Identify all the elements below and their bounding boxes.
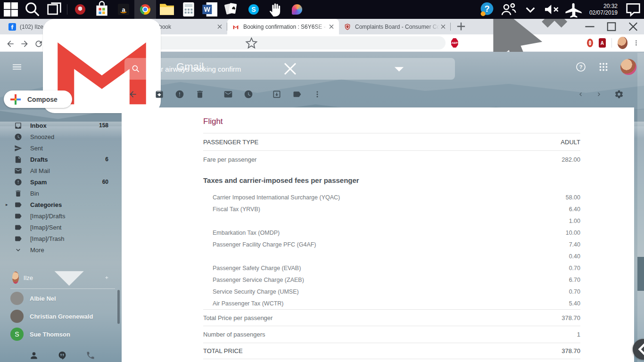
clock-date: 02/07/2019 bbox=[589, 9, 618, 16]
compose-label: Compose bbox=[27, 96, 58, 103]
tax-row: Passenger Facility Charge PFC (G4AF) 7.4… bbox=[203, 239, 580, 250]
archive-button[interactable] bbox=[155, 90, 164, 99]
move-to-button[interactable] bbox=[272, 90, 281, 99]
adblock-extension-icon[interactable]: ABP bbox=[451, 38, 458, 48]
taskbar-app-word[interactable] bbox=[199, 0, 221, 19]
taskbar-app-skype[interactable]: S bbox=[243, 0, 264, 19]
tax-value: 58.00 bbox=[566, 194, 580, 201]
browser-menu-button[interactable] bbox=[632, 38, 640, 48]
start-button[interactable] bbox=[0, 0, 22, 19]
tray-airplane-button[interactable] bbox=[563, 0, 585, 19]
tax-value: 0.70 bbox=[569, 288, 580, 295]
tab-favicon bbox=[8, 23, 16, 31]
passenger-count-label: Number of passengers bbox=[203, 331, 265, 338]
sidebar-item[interactable]: Spam 60 bbox=[0, 176, 121, 188]
browser-tab[interactable]: Booking confirmation : S6Y6SE - bbox=[227, 19, 339, 34]
tab-close-icon[interactable] bbox=[328, 19, 335, 34]
shield-extension-icon[interactable] bbox=[587, 39, 593, 47]
taskbar-search-button[interactable] bbox=[22, 0, 43, 19]
taskbar-app-explorer[interactable] bbox=[156, 0, 178, 19]
taskbar-app-chrome[interactable] bbox=[134, 0, 156, 19]
sidebar-item[interactable]: ▸ Categories bbox=[0, 199, 121, 210]
older-email-button[interactable] bbox=[595, 90, 603, 98]
hangouts-contact[interactable]: S Sue Thomson bbox=[0, 325, 121, 343]
taskbar-app-colorful[interactable] bbox=[286, 0, 308, 19]
mark-unread-button[interactable] bbox=[223, 90, 233, 99]
contacts-tab-button[interactable] bbox=[29, 351, 39, 360]
sidebar-item[interactable]: Drafts 6 bbox=[0, 154, 121, 165]
tray-volume-button[interactable] bbox=[541, 0, 563, 19]
browser-profile-avatar[interactable] bbox=[618, 37, 628, 49]
labels-button[interactable] bbox=[292, 90, 302, 99]
action-center-icon bbox=[622, 0, 644, 19]
sidebar-item[interactable]: Snoozed bbox=[0, 131, 121, 142]
support-button[interactable]: ? bbox=[575, 61, 586, 73]
tray-people-button[interactable] bbox=[498, 0, 520, 19]
compose-button[interactable]: Compose bbox=[4, 90, 72, 108]
task-view-button[interactable] bbox=[43, 0, 65, 19]
settings-button[interactable] bbox=[614, 90, 624, 99]
contacts-scrollbar-thumb[interactable] bbox=[117, 290, 120, 324]
collapse-panel-button[interactable] bbox=[633, 339, 644, 360]
taskbar-app-amazon[interactable]: a bbox=[113, 0, 134, 19]
back-button[interactable] bbox=[5, 37, 14, 49]
clear-search-icon[interactable] bbox=[241, 58, 339, 80]
taskbar-app-store[interactable] bbox=[91, 0, 113, 19]
browser-tab[interactable]: Complaints Board - Consumer Co bbox=[339, 19, 451, 34]
hangouts-header: Ilze bbox=[0, 271, 121, 285]
account-avatar[interactable] bbox=[620, 59, 636, 75]
window-close-button[interactable] bbox=[622, 19, 644, 34]
sidebar-item[interactable]: [Imap]/Sent bbox=[0, 222, 121, 233]
newer-email-button[interactable] bbox=[577, 90, 584, 98]
acrobat-extension-icon[interactable]: A bbox=[599, 38, 606, 48]
chevron-left-icon bbox=[633, 339, 644, 360]
delete-button[interactable] bbox=[195, 90, 205, 99]
main-scrollbar[interactable] bbox=[637, 53, 644, 362]
hangouts-contact[interactable]: Albie Nel bbox=[0, 289, 121, 307]
clock-time: 20:32 bbox=[589, 3, 618, 9]
hangouts-contact[interactable]: Christian Groenewald bbox=[0, 307, 121, 325]
taskbar-clock[interactable]: 20:32 02/07/2019 bbox=[585, 3, 622, 16]
new-conversation-button[interactable] bbox=[104, 273, 109, 282]
sidebar-item[interactable]: Sent bbox=[0, 142, 121, 154]
main-menu-button[interactable] bbox=[11, 61, 23, 73]
taskbar-app-red[interactable] bbox=[69, 0, 91, 19]
google-apps-button[interactable] bbox=[598, 61, 609, 73]
archive-icon bbox=[155, 90, 164, 99]
search-bar[interactable] bbox=[124, 58, 455, 80]
tray-help-button[interactable]: ? bbox=[476, 0, 498, 19]
sidebar-item-label: Inbox bbox=[30, 122, 99, 129]
taskbar-app-solitaire[interactable] bbox=[221, 0, 243, 19]
tax-label: Passenger Safety Charge (EVAB) bbox=[203, 265, 301, 272]
tax-row: Passenger Safety Charge (EVAB) 0.70 bbox=[203, 262, 580, 274]
gmail-sidebar: Inbox 158 Snoozed Sent Drafts 6 All Mail bbox=[0, 120, 121, 255]
tab-close-icon[interactable] bbox=[439, 19, 447, 34]
tray-hidden-icons-button[interactable] bbox=[520, 0, 541, 19]
sidebar-item[interactable]: Inbox 158 bbox=[0, 120, 121, 131]
expander-arrow-icon[interactable]: ▸ bbox=[6, 202, 11, 207]
search-options-caret-icon[interactable] bbox=[350, 58, 448, 80]
tab-favicon bbox=[232, 23, 239, 31]
sidebar-item[interactable]: [Imap]/Drafts bbox=[0, 210, 121, 222]
snooze-button[interactable] bbox=[244, 90, 253, 99]
tax-value: 0.70 bbox=[569, 265, 580, 272]
sidebar-item[interactable]: All Mail bbox=[0, 165, 121, 176]
more-actions-button[interactable] bbox=[313, 90, 322, 99]
search-input[interactable] bbox=[147, 65, 241, 73]
windows-logo-icon bbox=[0, 0, 22, 19]
tab-close-icon[interactable] bbox=[216, 19, 223, 34]
email-toolbar bbox=[122, 87, 634, 102]
sidebar-item[interactable]: Bin bbox=[0, 188, 121, 199]
tax-value: 5.40 bbox=[569, 300, 580, 307]
taskbar-app-calculator[interactable] bbox=[178, 0, 199, 19]
action-center-button[interactable] bbox=[622, 0, 644, 19]
phone-tab-button[interactable] bbox=[86, 351, 95, 360]
scrollbar-thumb[interactable] bbox=[637, 257, 644, 291]
report-spam-button[interactable] bbox=[175, 90, 184, 99]
hangouts-user-avatar[interactable] bbox=[12, 272, 19, 284]
taskbar-app-pointer[interactable] bbox=[264, 0, 286, 19]
forward-button[interactable] bbox=[19, 37, 28, 49]
sidebar-item-icon bbox=[14, 223, 22, 231]
back-to-list-button[interactable] bbox=[128, 90, 138, 99]
conversations-tab-button[interactable] bbox=[58, 351, 67, 360]
